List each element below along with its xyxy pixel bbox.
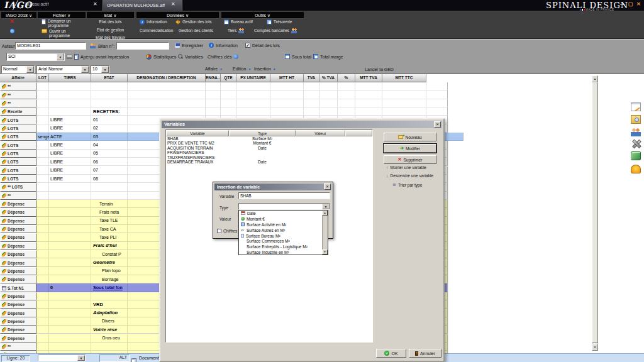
scroll-thumb[interactable]: [592, 82, 598, 343]
table-cell[interactable]: Taxe CA: [91, 225, 128, 233]
row-label[interactable]: LOTS: [0, 167, 36, 175]
row-label[interactable]: LOTS: [0, 124, 36, 133]
row-label[interactable]: LOTS: [0, 133, 36, 141]
table-cell[interactable]: [49, 183, 91, 191]
table-cell[interactable]: [128, 107, 206, 116]
monter-variable-link[interactable]: ↑Monter une variable: [386, 165, 426, 170]
table-cell[interactable]: LIBRE: [49, 141, 91, 149]
nouveau-button[interactable]: Nouveau: [384, 133, 436, 141]
table-cell[interactable]: [426, 107, 448, 116]
row-label[interactable]: LOTS: [0, 150, 36, 158]
table-cell[interactable]: [382, 99, 426, 107]
table-cell[interactable]: [382, 90, 426, 99]
variables-column-header[interactable]: Variable: [166, 130, 229, 136]
table-cell[interactable]: [49, 250, 91, 258]
table-cell[interactable]: [49, 267, 91, 275]
table-cell[interactable]: [36, 317, 49, 326]
table-cell[interactable]: [221, 107, 236, 116]
table-cell[interactable]: [36, 275, 49, 283]
table-cell[interactable]: [49, 334, 91, 343]
table-cell[interactable]: [36, 192, 49, 200]
table-cell[interactable]: [304, 82, 319, 90]
table-cell[interactable]: [304, 99, 319, 107]
table-cell[interactable]: [49, 217, 91, 225]
table-cell[interactable]: [221, 82, 236, 90]
row-label[interactable]: **: [0, 343, 36, 351]
table-cell[interactable]: VRD: [91, 300, 128, 309]
table-cell[interactable]: Frais d'hui: [91, 242, 128, 250]
table-cell[interactable]: Bornage: [91, 275, 128, 283]
table-cell[interactable]: Géomètre: [91, 258, 128, 266]
table-cell[interactable]: [49, 208, 91, 216]
table-cell[interactable]: [36, 200, 49, 208]
table-cell[interactable]: [36, 107, 49, 116]
table-cell[interactable]: [270, 90, 304, 99]
table-cell[interactable]: Sous total fon: [91, 283, 128, 292]
table-cell[interactable]: Constat P: [91, 250, 128, 258]
table-cell[interactable]: [49, 275, 91, 283]
table-cell[interactable]: [49, 90, 91, 99]
dialog-title[interactable]: Insertion de variable: [214, 184, 331, 190]
table-cell[interactable]: [128, 82, 206, 90]
table-cell[interactable]: RECETTES:: [91, 107, 128, 116]
table-cell[interactable]: [36, 309, 49, 317]
table-cell[interactable]: [236, 99, 270, 107]
table-cell[interactable]: [49, 317, 91, 326]
type-option[interactable]: Surface Entrepôts - Logistique M²: [239, 244, 323, 250]
table-cell[interactable]: [36, 150, 49, 158]
row-label[interactable]: S.Tot N1: [0, 283, 36, 292]
table-cell[interactable]: [49, 82, 91, 90]
table-cell[interactable]: [36, 208, 49, 216]
table-cell[interactable]: Plan topo: [91, 267, 128, 275]
table-cell[interactable]: sengelin marc: [36, 133, 49, 141]
table-cell[interactable]: [91, 90, 128, 99]
table-cell[interactable]: [355, 99, 382, 107]
table-cell[interactable]: LIBRE: [49, 175, 91, 183]
table-cell[interactable]: [236, 90, 270, 99]
table-cell[interactable]: [36, 217, 49, 225]
row-label[interactable]: Dépense: [0, 242, 36, 250]
table-cell[interactable]: [49, 99, 91, 107]
table-cell[interactable]: [36, 116, 49, 124]
table-cell[interactable]: Adaptation: [91, 309, 128, 317]
table-row[interactable]: **: [0, 82, 448, 90]
table-cell[interactable]: [206, 99, 221, 107]
table-cell[interactable]: [426, 90, 448, 99]
annuler-button[interactable]: Annuler: [409, 349, 441, 358]
table-cell[interactable]: [49, 292, 91, 300]
table-cell[interactable]: [355, 82, 382, 90]
table-cell[interactable]: [36, 175, 49, 183]
table-cell[interactable]: [49, 200, 91, 208]
table-cell[interactable]: [355, 107, 382, 116]
variables-column-header[interactable]: Valeur: [296, 130, 345, 136]
row-label[interactable]: Dépense: [0, 275, 36, 283]
helmet-icon[interactable]: [631, 165, 641, 173]
table-cell[interactable]: [270, 82, 304, 90]
table-cell[interactable]: [36, 292, 49, 300]
table-cell[interactable]: [91, 343, 128, 351]
table-cell[interactable]: [36, 183, 49, 191]
variable-row[interactable]: PRIX DE VENTE TTC M2Montant €: [166, 141, 372, 145]
table-cell[interactable]: [49, 326, 91, 334]
table-cell[interactable]: [91, 192, 128, 200]
row-label[interactable]: **: [0, 90, 36, 99]
table-cell[interactable]: [49, 343, 91, 351]
table-cell[interactable]: [236, 82, 270, 90]
variables-column-header[interactable]: [345, 130, 372, 136]
row-label[interactable]: LOTS: [0, 158, 36, 166]
row-label[interactable]: Dépense: [0, 250, 36, 258]
document-label[interactable]: Document: [139, 356, 159, 360]
trier-par-type-link[interactable]: ≣Trier par type: [392, 182, 422, 187]
scroll-down-icon[interactable]: ▼: [592, 344, 598, 351]
search-folder-icon[interactable]: [631, 115, 641, 124]
table-cell[interactable]: [426, 99, 448, 107]
type-option[interactable]: Surface Commerces M²: [239, 238, 323, 244]
table-cell[interactable]: [36, 334, 49, 343]
table-cell[interactable]: [426, 82, 448, 90]
table-cell[interactable]: [36, 283, 49, 292]
row-label[interactable]: Dépense: [0, 334, 36, 343]
row-label[interactable]: Dépense: [0, 326, 36, 334]
document-icon[interactable]: [131, 355, 136, 362]
table-cell[interactable]: [91, 183, 128, 191]
table-row[interactable]: **: [0, 99, 448, 107]
